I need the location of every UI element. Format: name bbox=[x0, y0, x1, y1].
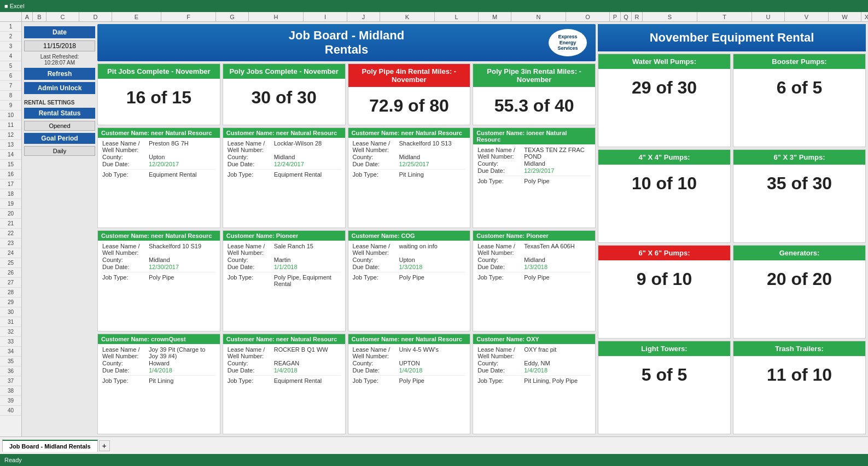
job-card-1-0: Customer Name: neer Natural Resourc Leas… bbox=[223, 127, 346, 228]
equip-card-0: Water Well Pumps: 29 of 30 bbox=[598, 54, 731, 147]
row-num-26: 26 bbox=[0, 268, 21, 278]
equip-card-header-1: Booster Pumps: bbox=[733, 54, 865, 69]
stat-card-3: Poly Pipe 3in Rental Miles: - November 5… bbox=[473, 63, 596, 125]
col-header-k[interactable]: K bbox=[380, 12, 435, 21]
job-card-body-2-1: Lease Name /Well Number: waiting on info… bbox=[348, 241, 470, 283]
job-type-row: Job Type: Poly Pipe bbox=[477, 176, 591, 184]
col-header-g[interactable]: G bbox=[216, 12, 249, 21]
row-num-9: 9 bbox=[0, 101, 21, 110]
lease-row: Lease Name /Well Number: OXY frac pit bbox=[477, 346, 591, 359]
job-card-header-2-0: Customer Name: neer Natural Resourc bbox=[348, 128, 470, 138]
add-sheet-button[interactable]: + bbox=[99, 440, 110, 451]
job-card-body-1-0: Lease Name /Well Number: Locklar-Wilson … bbox=[223, 138, 345, 180]
job-card-header-1-0: Customer Name: neer Natural Resourc bbox=[223, 128, 345, 138]
row-num-28: 28 bbox=[0, 288, 21, 298]
col-header-w[interactable]: W bbox=[829, 12, 861, 21]
col-header-i[interactable]: I bbox=[304, 12, 347, 21]
col-header-j[interactable]: J bbox=[347, 12, 380, 21]
last-refreshed-label: Last Refreshed: 10:28:07 AM bbox=[24, 54, 95, 66]
excel-window: ■ Excel A B C D E F G H I J K L M N O P … bbox=[0, 0, 868, 466]
job-column-3: Customer Name: ioneer Natural Resourc Le… bbox=[473, 127, 596, 434]
col-header-n[interactable]: N bbox=[511, 12, 566, 21]
due-date-row: Due Date: 1/4/2018 bbox=[102, 367, 215, 374]
row-num-33: 33 bbox=[0, 337, 21, 347]
col-header-o[interactable]: O bbox=[566, 12, 610, 21]
job-type-row: Job Type: Poly Pipe bbox=[353, 375, 466, 384]
equip-card-header-0: Water Well Pumps: bbox=[598, 54, 730, 69]
stat-card-header-0: Pit Jobs Complete - November bbox=[98, 64, 220, 79]
due-date-row: Due Date: 1/4/2018 bbox=[477, 367, 591, 374]
col-header-a[interactable]: A bbox=[22, 12, 33, 21]
job-card-3-2: Customer Name: OXY Lease Name /Well Numb… bbox=[473, 334, 596, 434]
due-date-row: Due Date: 1/4/2018 bbox=[228, 367, 341, 374]
col-header-d[interactable]: D bbox=[79, 12, 112, 21]
dashboard: Date 11/15/2018 Last Refreshed: 10:28:07… bbox=[22, 22, 868, 436]
county-row: County: Midland bbox=[353, 154, 466, 160]
job-type-row: Job Type: Poly Pipe bbox=[477, 272, 591, 281]
job-card-body-0-0: Lease Name /Well Number: Preston 8G 7H C… bbox=[98, 138, 220, 180]
row-num-38: 38 bbox=[0, 386, 21, 396]
goal-period-header: Goal Period bbox=[24, 133, 95, 144]
row-num-11: 11 bbox=[0, 120, 21, 130]
header-bar: Job Board - Midland Rentals ExpressEnerg… bbox=[97, 24, 596, 61]
col-header-s[interactable]: S bbox=[643, 12, 697, 21]
job-card-body-0-1: Lease Name /Well Number: Shackelford 10 … bbox=[98, 241, 220, 283]
rental-status-value: Opened bbox=[24, 121, 95, 131]
equip-card-header-3: 6" X 3" Pumps: bbox=[733, 150, 865, 165]
col-header-h[interactable]: H bbox=[249, 12, 304, 21]
col-header-f[interactable]: F bbox=[161, 12, 216, 21]
job-type-row: Job Type: Equipment Rental bbox=[228, 375, 341, 384]
job-type-row: Job Type: Equipment Rental bbox=[228, 169, 341, 178]
job-card-header-1-2: Customer Name: neer Natural Resourc bbox=[223, 334, 345, 344]
job-card-header-1-1: Customer Name: Pioneer bbox=[223, 231, 345, 241]
row-num-23: 23 bbox=[0, 238, 21, 248]
refresh-button[interactable]: Refresh bbox=[24, 68, 95, 80]
col-header-t[interactable]: T bbox=[697, 12, 752, 21]
job-card-body-0-2: Lease Name /Well Number: Joy 39 Pit (Cha… bbox=[98, 344, 220, 386]
county-row: County: Martin bbox=[228, 257, 341, 263]
col-header-x[interactable]: X bbox=[861, 12, 868, 21]
stat-card-value-1: 30 of 30 bbox=[247, 79, 321, 116]
row-num-19: 19 bbox=[0, 199, 21, 209]
equip-card-header-6: Light Towers: bbox=[598, 341, 730, 356]
job-card-body-3-1: Lease Name /Well Number: TexasTen AA 606… bbox=[473, 241, 595, 283]
row-num-5: 5 bbox=[0, 61, 21, 71]
main-area: 1 2 3 4 5 6 7 8 9 10 11 12 13 14 15 16 1… bbox=[0, 22, 868, 436]
col-header-v[interactable]: V bbox=[785, 12, 829, 21]
equip-card-header-4: 6" X 6" Pumps: bbox=[598, 246, 730, 260]
col-header-l[interactable]: L bbox=[435, 12, 479, 21]
col-header-q[interactable]: Q bbox=[621, 12, 632, 21]
admin-unlock-button[interactable]: Admin Unlock bbox=[24, 82, 95, 94]
lease-row: Lease Name /Well Number: Sale Ranch 15 bbox=[228, 243, 341, 256]
job-card-2-2: Customer Name: neer Natural Resourc Leas… bbox=[348, 334, 471, 434]
job-card-body-1-1: Lease Name /Well Number: Sale Ranch 15 C… bbox=[223, 241, 345, 289]
row-num-4: 4 bbox=[0, 51, 21, 61]
equipment-grid: Water Well Pumps: 29 of 30 Booster Pumps… bbox=[598, 54, 866, 434]
lease-row: Lease Name /Well Number: Joy 39 Pit (Cha… bbox=[102, 346, 215, 359]
job-type-row: Job Type: Poly Pipe, Equipment Rental bbox=[228, 272, 341, 287]
due-date-row: Due Date: 12/29/2017 bbox=[477, 167, 591, 174]
col-header-r[interactable]: R bbox=[632, 12, 643, 21]
row-num-14: 14 bbox=[0, 150, 21, 160]
stat-card-header-2: Poly Pipe 4in Rental Miles: - November bbox=[348, 64, 470, 87]
lease-row: Lease Name /Well Number: Preston 8G 7H bbox=[102, 140, 215, 153]
lease-row: Lease Name /Well Number: waiting on info bbox=[353, 243, 466, 256]
col-header-e[interactable]: E bbox=[112, 12, 161, 21]
col-header-u[interactable]: U bbox=[752, 12, 785, 21]
equip-card-value-2: 10 of 10 bbox=[627, 165, 701, 202]
job-card-0-0: Customer Name: neer Natural Resourc Leas… bbox=[97, 127, 220, 228]
col-header-m[interactable]: M bbox=[479, 12, 511, 21]
row-num-7: 7 bbox=[0, 81, 21, 91]
row-num-1: 1 bbox=[0, 22, 21, 32]
left-sidebar: Date 11/15/2018 Last Refreshed: 10:28:07… bbox=[24, 24, 95, 434]
col-header-p[interactable]: P bbox=[610, 12, 621, 21]
job-card-header-2-2: Customer Name: neer Natural Resourc bbox=[348, 334, 470, 344]
col-header-c[interactable]: C bbox=[46, 12, 79, 21]
date-value: 11/15/2018 bbox=[24, 40, 95, 51]
equip-card-value-4: 9 of 10 bbox=[632, 260, 696, 298]
equip-card-value-6: 5 of 5 bbox=[637, 356, 692, 394]
county-row: County: Midland bbox=[477, 160, 591, 167]
col-header-b[interactable]: B bbox=[33, 12, 46, 21]
sheet-tab-job-board[interactable]: Job Board - Midland Rentals bbox=[2, 440, 98, 452]
row-num-24: 24 bbox=[0, 248, 21, 258]
